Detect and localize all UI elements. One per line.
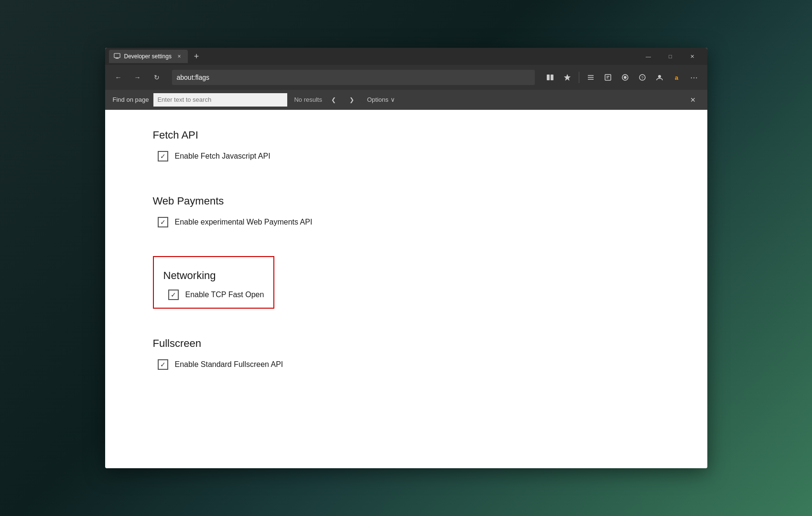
new-tab-button[interactable]: + <box>190 50 203 63</box>
find-bar: Find on page No results ❮ ❯ Options ∨ ✕ <box>105 90 707 110</box>
address-input[interactable] <box>177 74 530 81</box>
svg-point-13 <box>624 76 627 79</box>
checkbox-fetch-js-api[interactable] <box>158 151 168 161</box>
tab-title: Developer settings <box>124 53 172 60</box>
help-icon[interactable]: ? <box>635 70 650 85</box>
find-next-button[interactable]: ❯ <box>345 93 358 107</box>
highlighted-section-networking: Networking Enable TCP Fast Open <box>153 256 275 309</box>
checkbox-fullscreen[interactable] <box>158 359 168 370</box>
svg-rect-9 <box>605 75 611 80</box>
amazon-label: a <box>675 74 678 81</box>
content-inner: Fetch API Enable Fetch Javascript API We… <box>105 110 535 403</box>
tab-area: Developer settings × + <box>109 48 638 65</box>
maximize-button[interactable]: □ <box>660 48 682 65</box>
browser-window: Developer settings × + — □ ✕ ← → ↻ <box>105 48 707 468</box>
section-title-networking: Networking <box>163 269 264 282</box>
close-button[interactable]: ✕ <box>682 48 704 65</box>
toolbar-divider <box>579 72 579 83</box>
checkbox-label-tcp-fast-open: Enable TCP Fast Open <box>185 290 264 299</box>
svg-text:?: ? <box>641 75 643 80</box>
checkbox-web-payments[interactable] <box>158 217 168 227</box>
find-close-button[interactable]: ✕ <box>686 93 700 107</box>
active-tab[interactable]: Developer settings × <box>109 50 188 63</box>
tab-close-button[interactable]: × <box>175 53 183 60</box>
checkbox-label-web-payments: Enable experimental Web Payments API <box>175 218 313 226</box>
page-content: Fetch API Enable Fetch Javascript API We… <box>105 110 707 468</box>
checkbox-row-web-payments: Enable experimental Web Payments API <box>158 217 507 227</box>
find-prev-button[interactable]: ❮ <box>327 93 340 107</box>
find-options-label: Options <box>367 96 389 103</box>
svg-rect-4 <box>551 75 553 80</box>
section-title-fetch-api: Fetch API <box>153 129 507 141</box>
refresh-button[interactable]: ↻ <box>149 70 164 85</box>
checkbox-row-fetch-js-api: Enable Fetch Javascript API <box>158 151 507 161</box>
find-options-button[interactable]: Options ∨ <box>363 94 399 105</box>
web-note-icon[interactable] <box>600 70 616 85</box>
svg-rect-0 <box>114 54 119 58</box>
find-on-page-label: Find on page <box>113 96 149 103</box>
title-bar: Developer settings × + — □ ✕ <box>105 48 707 65</box>
amazon-icon[interactable]: a <box>669 70 684 85</box>
find-options-arrow: ∨ <box>390 96 395 103</box>
divider-1 <box>153 176 507 190</box>
divider-2 <box>153 242 507 256</box>
cortana-icon[interactable] <box>617 70 633 85</box>
toolbar-icons: ? a ⋯ <box>542 70 702 85</box>
window-controls: — □ ✕ <box>638 48 704 65</box>
checkbox-tcp-fast-open[interactable] <box>168 290 179 300</box>
checkbox-row-fullscreen: Enable Standard Fullscreen API <box>158 359 507 370</box>
find-results: No results <box>294 96 322 103</box>
checkbox-label-fetch-js-api: Enable Fetch Javascript API <box>175 152 271 161</box>
address-input-wrapper[interactable] <box>172 70 535 85</box>
checkbox-row-tcp-fast-open: Enable TCP Fast Open <box>168 290 264 300</box>
section-title-web-payments: Web Payments <box>153 195 507 207</box>
back-button[interactable]: ← <box>111 70 126 85</box>
minimize-button[interactable]: — <box>638 48 660 65</box>
svg-rect-3 <box>547 75 550 80</box>
favorites-icon[interactable] <box>560 70 575 85</box>
checkbox-label-fullscreen: Enable Standard Fullscreen API <box>175 360 283 369</box>
find-input[interactable] <box>153 93 287 107</box>
svg-point-16 <box>658 75 661 78</box>
forward-button[interactable]: → <box>130 70 145 85</box>
section-title-fullscreen: Fullscreen <box>153 337 507 350</box>
svg-marker-5 <box>564 74 571 81</box>
reading-view-icon[interactable] <box>542 70 558 85</box>
address-bar: ← → ↻ ? <box>105 65 707 90</box>
more-icon[interactable]: ⋯ <box>686 70 702 85</box>
divider-3 <box>153 318 507 333</box>
hub-icon[interactable] <box>583 70 598 85</box>
tab-icon <box>114 53 120 60</box>
profile-icon[interactable] <box>652 70 667 85</box>
